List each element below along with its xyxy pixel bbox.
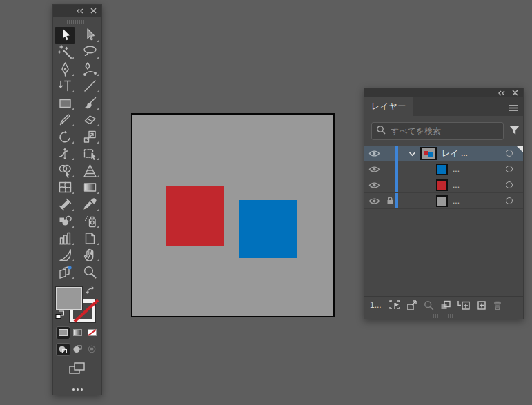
layers-footer: 1... xyxy=(364,296,523,313)
target-column[interactable] xyxy=(495,177,523,192)
tool-artboard[interactable] xyxy=(79,230,100,247)
layer-thumbnail[interactable] xyxy=(420,147,437,160)
layers-resize-grip[interactable] xyxy=(364,313,523,319)
edit-toolbar-ellipsis-icon[interactable] xyxy=(53,388,101,391)
tool-scale[interactable] xyxy=(79,128,100,146)
layer-row-red[interactable]: ... xyxy=(364,177,523,193)
lock-toggle[interactable] xyxy=(384,161,395,177)
object-name[interactable]: ... xyxy=(453,180,460,190)
target-column[interactable] xyxy=(495,161,523,177)
width-tool-icon xyxy=(57,146,73,161)
toolbar-header xyxy=(53,5,101,17)
layer-row-blue[interactable]: ... xyxy=(364,161,523,177)
artboard[interactable] xyxy=(131,113,335,317)
clipping-mask-icon[interactable] xyxy=(440,300,451,310)
thumb-blue-square xyxy=(428,152,433,157)
tool-type[interactable] xyxy=(55,78,75,95)
tool-column-graph[interactable] xyxy=(55,230,75,247)
tool-selection[interactable] xyxy=(55,27,75,44)
artboard-tool-icon xyxy=(82,230,98,246)
close-panel-icon[interactable] xyxy=(89,8,97,14)
measure-tool-icon xyxy=(57,197,73,213)
tool-width[interactable] xyxy=(55,146,75,163)
layer-row-main[interactable]: ... xyxy=(398,177,495,192)
locate-object-icon[interactable] xyxy=(389,300,400,310)
lock-toggle[interactable] xyxy=(384,193,395,208)
layers-tab[interactable]: レイヤー xyxy=(364,97,413,116)
zoom-tool-icon xyxy=(82,264,98,280)
layer-row-main[interactable]: ... xyxy=(398,193,495,208)
tool-gradient[interactable] xyxy=(79,179,100,197)
direct-selection-tool-icon xyxy=(82,28,98,43)
swap-fill-stroke-icon[interactable] xyxy=(86,286,96,295)
target-circle-icon xyxy=(506,181,513,188)
search-input[interactable] xyxy=(389,126,499,137)
tool-curvature[interactable] xyxy=(79,61,100,78)
visibility-toggle[interactable] xyxy=(364,177,384,192)
default-fill-stroke-icon[interactable] xyxy=(55,310,66,321)
object-thumbnail[interactable] xyxy=(436,195,448,207)
tool-rotate[interactable] xyxy=(55,128,75,146)
draw-normal-button[interactable] xyxy=(57,344,70,355)
tool-eraser[interactable] xyxy=(79,112,100,129)
tool-shape-builder[interactable] xyxy=(55,162,75,179)
blue-square[interactable] xyxy=(239,200,297,258)
close-layers-panel-icon[interactable] xyxy=(511,90,519,97)
toolbar-grip[interactable] xyxy=(67,20,88,24)
layer-row-main[interactable]: レイ ... xyxy=(398,146,495,161)
object-thumbnail[interactable] xyxy=(436,164,448,175)
appearance-gradient-button[interactable] xyxy=(71,327,84,339)
collapse-layers-panel-icon[interactable] xyxy=(497,90,505,97)
visibility-toggle[interactable] xyxy=(364,193,384,208)
lock-toggle[interactable] xyxy=(384,177,395,192)
delete-icon[interactable] xyxy=(493,300,502,310)
tool-zoom[interactable] xyxy=(79,264,100,281)
filter-icon[interactable] xyxy=(509,125,520,138)
tool-perspective-grid[interactable] xyxy=(79,162,100,179)
draw-inside-button[interactable] xyxy=(86,344,99,355)
tool-symbol-sprayer[interactable] xyxy=(79,213,100,230)
tool-free-transform[interactable] xyxy=(79,146,100,163)
draw-behind-button[interactable] xyxy=(71,344,84,355)
tool-mesh[interactable] xyxy=(55,179,75,197)
tool-pencil[interactable] xyxy=(55,112,75,129)
panel-menu-icon[interactable] xyxy=(508,102,518,115)
symbol-sprayer-tool-icon xyxy=(82,213,98,229)
tool-eyedropper[interactable] xyxy=(79,196,100,213)
chevron-down-icon[interactable] xyxy=(408,147,416,159)
tool-lasso[interactable] xyxy=(79,44,100,61)
tool-print-tiling[interactable] xyxy=(55,264,75,281)
locate-search-icon[interactable] xyxy=(424,300,434,310)
object-thumbnail[interactable] xyxy=(436,179,448,191)
search-box[interactable] xyxy=(371,122,504,140)
fill-swatch[interactable] xyxy=(56,287,82,310)
visibility-toggle[interactable] xyxy=(364,161,384,177)
tool-rectangle[interactable] xyxy=(55,95,75,112)
tool-hand[interactable] xyxy=(79,247,100,264)
layer-row-parent[interactable]: レイ ... xyxy=(364,146,523,161)
screen-mode-button[interactable] xyxy=(53,361,101,376)
red-square[interactable] xyxy=(166,186,224,246)
new-layer-icon[interactable] xyxy=(477,300,486,310)
layer-name[interactable]: レイ ... xyxy=(442,148,468,159)
object-name[interactable]: ... xyxy=(453,164,460,174)
appearance-none-button[interactable] xyxy=(86,327,99,339)
tool-line-segment[interactable] xyxy=(79,78,100,95)
collect-for-export-icon[interactable] xyxy=(406,300,417,310)
tool-magic-wand[interactable] xyxy=(55,44,75,61)
visibility-toggle[interactable] xyxy=(364,146,384,161)
tool-blend[interactable] xyxy=(55,213,75,230)
lock-toggle[interactable] xyxy=(384,146,395,161)
appearance-color-button[interactable] xyxy=(57,327,70,339)
tool-direct-selection[interactable] xyxy=(79,27,100,44)
tool-paintbrush[interactable] xyxy=(79,95,100,112)
collapse-panel-icon[interactable] xyxy=(75,8,83,14)
layer-row-main[interactable]: ... xyxy=(398,161,495,177)
new-sublayer-icon[interactable] xyxy=(457,300,471,310)
target-column[interactable] xyxy=(495,193,523,208)
object-name[interactable]: ... xyxy=(453,196,460,206)
tool-pen[interactable] xyxy=(55,61,75,78)
tool-slice[interactable] xyxy=(55,247,75,264)
tool-measure[interactable] xyxy=(55,196,75,213)
layer-row-gray[interactable]: ... xyxy=(364,193,523,209)
